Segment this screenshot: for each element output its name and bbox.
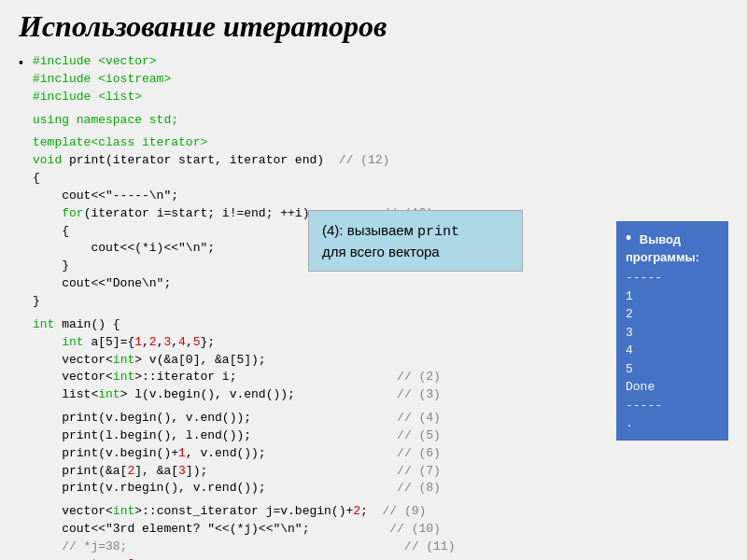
code-print3: print(v.begin()+1, v.end()); // (6) (33, 445, 728, 463)
code-include2: #include <iostream> (33, 71, 728, 89)
callout-text: (4): вызываем print для всего вектора (322, 222, 459, 259)
code-return: return 0; (33, 556, 728, 560)
code-brace1: { (33, 170, 728, 188)
code-cout1: cout<<"-----\n"; (33, 188, 728, 205)
page-title: Использование итераторов (19, 9, 728, 44)
code-cout4: cout<<"3rd element? "<<(*j)<<"\n"; // (1… (33, 521, 728, 539)
output-title: Выводпрограммы: (626, 232, 699, 264)
page: Использование итераторов • #include <vec… (0, 0, 747, 560)
code-include3: #include <list> (33, 89, 728, 106)
callout-code: print (417, 224, 459, 240)
code-print5: print(v.rbegin(), v.rend()); // (8) (33, 480, 728, 497)
code-template: template<class iterator> (33, 134, 728, 152)
code-print4: print(&a[2], &a[3]); // (7) (33, 463, 728, 481)
output-header: • Выводпрограммы: (626, 229, 719, 265)
code-comment: // *j=38; // (11) (33, 539, 728, 556)
output-bullet: • (626, 229, 631, 247)
callout-box: (4): вызываем print для всего вектора (308, 210, 523, 272)
code-const-it: vector<int>::const_iterator j=v.begin()+… (33, 503, 728, 521)
code-section: • #include <vector> #include <iostream> … (19, 53, 728, 560)
main-content: • #include <vector> #include <iostream> … (19, 53, 728, 560)
code-include1: #include <vector> (33, 53, 728, 71)
output-content: -----12345Done-----. (626, 269, 719, 433)
bullet-icon: • (19, 55, 23, 70)
output-panel: • Выводпрограммы: -----12345Done-----. (616, 221, 728, 441)
code-using: using namespace std; (33, 112, 728, 130)
code-void: void print(iterator start, iterator end)… (33, 152, 728, 170)
